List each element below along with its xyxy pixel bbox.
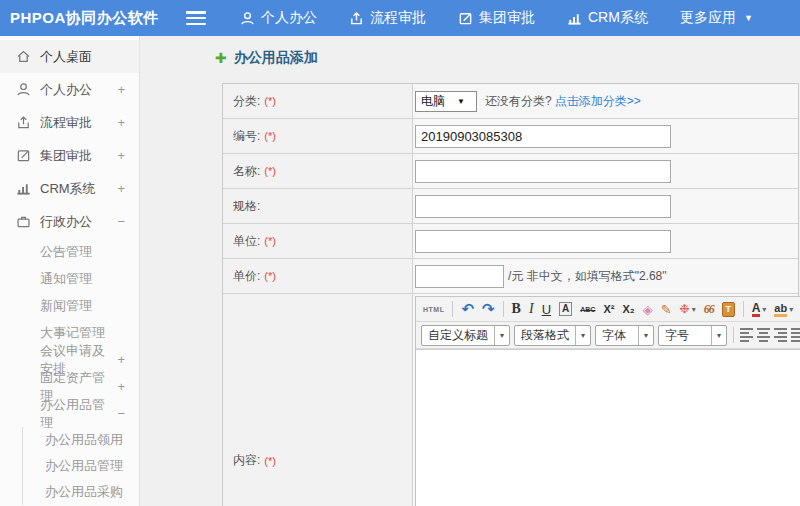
page-title: ✚ 办公用品添加 [215,49,318,67]
nav-workflow-approval[interactable]: 流程审批 [349,9,426,27]
user-icon [240,11,255,26]
underline-button[interactable]: U [539,299,554,319]
source-code-button[interactable]: HTML [420,299,447,319]
paste-as-text-button[interactable]: T [719,299,738,319]
spec-input[interactable] [415,195,671,218]
subscript-button[interactable]: X₂ [619,299,637,319]
main-content: ✚ 办公用品添加 分类: (*) 电脑 ▼ 还没有分类? 点击添加分类>> [140,36,800,506]
align-right-icon[interactable] [774,326,787,344]
align-center-icon[interactable] [757,326,770,344]
rich-text-editor: HTML ↶ ↷ B I U A ABC X² X₂ ◈ [415,296,800,506]
undo-icon[interactable]: ↶ [458,299,477,319]
sidebar-item-crm[interactable]: CRM系统 + [0,172,139,205]
nav-more-apps[interactable]: 更多应用 ▼ [680,9,753,27]
name-input[interactable] [415,160,671,183]
font-color-button[interactable]: A ▾ [749,299,770,319]
strikethrough-button[interactable]: ABC [577,299,598,319]
form-row-category: 分类: (*) 电脑 ▼ 还没有分类? 点击添加分类>> [223,84,798,119]
app-window: PHPOA协同办公软件 个人办公 流程审批 集团审批 CRM系统 更多应用 ▼ [0,0,800,506]
nav-label: CRM系统 [588,9,648,27]
nav-label: 流程审批 [370,9,426,27]
briefcase-icon [16,214,31,229]
editor-content-area[interactable] [416,349,800,506]
sidebar-item-personal-office[interactable]: 个人办公 + [0,73,139,106]
caret-down-icon: ▾ [789,305,793,314]
collapse-minus-icon[interactable]: − [117,406,125,421]
nav-label: 集团审批 [479,9,535,27]
sidebar-item-group-approval[interactable]: 集团审批 + [0,139,139,172]
edit-icon [458,11,473,26]
sidebar-label: 流程审批 [40,114,117,132]
form-row-content: 内容: (*) HTML ↶ ↷ B I U [223,294,798,506]
italic-button[interactable]: I [526,299,537,319]
page-title-text: 办公用品添加 [234,49,318,67]
bar-chart-icon [16,181,31,196]
expand-plus-icon[interactable]: + [117,115,125,130]
select-caret-icon: ▼ [457,97,465,106]
toolbar-separator [733,327,734,343]
required-mark: (*) [264,130,276,142]
sidebar-item-supplies-purchase[interactable]: 办公用品采购 [23,479,139,505]
blockquote-button[interactable]: 66 [701,299,717,319]
sidebar-item-admin-office[interactable]: 行政办公 − [0,205,139,238]
bold-button[interactable]: B [509,299,524,319]
remove-format-icon[interactable]: ◈ [640,299,656,319]
nav-label: 个人办公 [261,9,317,27]
user-icon [16,82,31,97]
paragraph-format-select[interactable]: 段落格式 ▾ [514,325,591,346]
nav-personal-office[interactable]: 个人办公 [240,9,317,27]
code-input[interactable] [415,125,671,148]
quick-style-button[interactable]: ❉ ▾ [677,299,699,319]
sidebar-item-workflow-approval[interactable]: 流程审批 + [0,106,139,139]
wand-icon: ❉ [680,302,690,316]
sidebar-item-supplies-manage[interactable]: 办公用品管理 [23,453,139,479]
sidebar-item-announcement-mgmt[interactable]: 公告管理 [0,238,139,265]
expand-plus-icon[interactable]: + [117,181,125,196]
custom-heading-select[interactable]: 自定义标题 ▾ [421,325,510,346]
align-justify-icon[interactable] [791,326,800,344]
sidebar-item-notice-mgmt[interactable]: 通知管理 [0,265,139,292]
edit-icon [16,148,31,163]
font-style-button[interactable]: A [559,302,572,316]
collapse-minus-icon[interactable]: − [117,214,125,229]
format-brush-icon[interactable]: ✎ [658,299,675,319]
office-supplies-submenu: 办公用品领用 办公用品管理 办公用品采购 [22,427,139,505]
form-row-price: 单价: (*) /元 非中文，如填写格式"2.68" [223,259,798,294]
required-mark: (*) [264,95,276,107]
font-size-select[interactable]: 字号 ▾ [658,325,727,346]
caret-down-icon: ▾ [575,326,590,345]
editor-toolbar-row1: HTML ↶ ↷ B I U A ABC X² X₂ ◈ [416,297,800,322]
expand-plus-icon[interactable]: + [117,352,125,367]
expand-plus-icon[interactable]: + [117,82,125,97]
app-logo: PHPOA协同办公软件 [0,9,186,28]
form-row-spec: 规格: [223,189,798,224]
home-icon [16,49,31,64]
caret-down-icon: ▼ [744,13,753,23]
toolbar-separator [452,301,453,317]
price-input[interactable] [415,265,504,288]
share-icon [16,115,31,130]
expand-plus-icon[interactable]: + [117,148,125,163]
superscript-button[interactable]: X² [600,299,617,319]
sidebar-label: 个人办公 [40,81,117,99]
unit-input[interactable] [415,230,671,253]
align-left-icon[interactable] [740,326,753,344]
sidebar-item-desktop[interactable]: 个人桌面 [0,40,139,73]
menu-toggle-icon[interactable] [186,11,206,25]
sidebar-label: CRM系统 [40,180,117,198]
required-mark: (*) [264,270,276,282]
field-label: 编号: [233,128,260,145]
sidebar-item-office-supplies-mgmt[interactable]: 办公用品管理 − [0,400,139,427]
nav-group-approval[interactable]: 集团审批 [458,9,535,27]
expand-plus-icon[interactable]: + [117,379,125,394]
required-mark: (*) [264,235,276,247]
add-category-link[interactable]: 点击添加分类>> [555,93,641,110]
highlight-color-button[interactable]: ab ▾ [771,299,796,319]
form-row-code: 编号: (*) [223,119,798,154]
redo-icon[interactable]: ↷ [479,299,498,319]
nav-crm-system[interactable]: CRM系统 [567,9,648,27]
font-family-select[interactable]: 字体 ▾ [595,325,654,346]
sidebar-item-news-mgmt[interactable]: 新闻管理 [0,292,139,319]
field-label: 名称: [233,163,260,180]
category-select[interactable]: 电脑 ▼ [415,91,477,112]
